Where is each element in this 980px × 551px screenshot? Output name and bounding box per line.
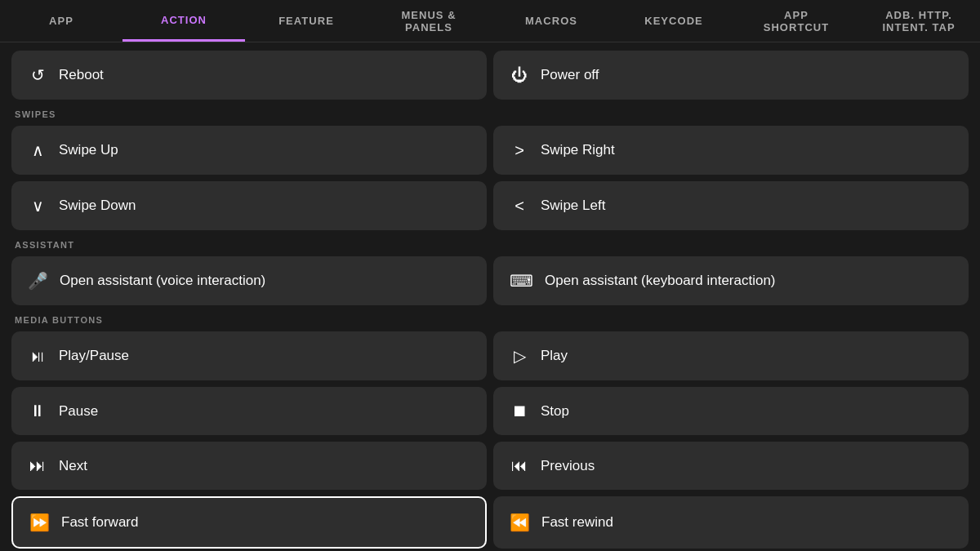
media-buttons-row-3: ⏩Fast forward⏪Fast rewind (11, 496, 969, 549)
swipes-row-1: ∨Swipe Down<Swipe Left (11, 181, 969, 230)
swipe-down-label: Swipe Down (59, 198, 136, 214)
tab-keycode[interactable]: KEYCODE (612, 0, 735, 42)
next-icon: ⏭ (28, 456, 47, 475)
open-keyboard-icon: ⌨ (510, 271, 533, 291)
section-label-media-buttons: MEDIA BUTTONS (15, 315, 969, 325)
previous-label: Previous (541, 458, 595, 474)
stop-icon: ⏹ (510, 402, 529, 420)
swipe-up-label: Swipe Up (59, 142, 118, 158)
play-pause-label: Play/Pause (59, 348, 129, 364)
reboot-label: Reboot (59, 67, 104, 83)
swipe-right-button[interactable]: >Swipe Right (493, 126, 969, 175)
fast-rewind-label: Fast rewind (541, 514, 613, 531)
fast-rewind-button[interactable]: ⏪Fast rewind (493, 496, 969, 549)
previous-button[interactable]: ⏮Previous (493, 442, 969, 490)
tab-menus-panels[interactable]: MENUS & PANELS (368, 0, 490, 42)
power-off-icon: ⏻ (510, 66, 529, 85)
open-keyboard-label: Open assistant (keyboard interaction) (545, 273, 776, 289)
section-label-swipes: SWIPES (15, 109, 969, 119)
stop-button[interactable]: ⏹Stop (493, 387, 969, 435)
fast-forward-label: Fast forward (61, 514, 138, 531)
fast-rewind-icon: ⏪ (510, 513, 530, 532)
swipes-row-0: ∧Swipe Up>Swipe Right (11, 126, 969, 175)
previous-icon: ⏮ (510, 456, 529, 475)
reboot-button[interactable]: ↺ Reboot (11, 51, 487, 100)
play-pause-button[interactable]: ⏯Play/Pause (11, 331, 487, 380)
stop-label: Stop (541, 403, 569, 420)
open-voice-icon: 🎤 (28, 271, 48, 291)
top-actions-row: ↺ Reboot ⏻ Power off (11, 51, 969, 100)
swipe-down-button[interactable]: ∨Swipe Down (11, 181, 487, 230)
swipe-up-button[interactable]: ∧Swipe Up (11, 126, 487, 175)
tab-bar: APPACTIONFEATUREMENUS & PANELSMACROSKEYC… (0, 0, 980, 42)
assistant-row-0: 🎤Open assistant (voice interaction)⌨Open… (11, 256, 969, 305)
play-icon: ▷ (510, 346, 529, 366)
fast-forward-icon: ⏩ (29, 513, 50, 532)
play-button[interactable]: ▷Play (493, 331, 969, 380)
swipe-left-button[interactable]: <Swipe Left (493, 181, 969, 230)
play-pause-icon: ⏯ (28, 347, 47, 366)
swipe-left-icon: < (510, 197, 529, 216)
media-buttons-row-0: ⏯Play/Pause▷Play (11, 331, 969, 380)
tab-app-shortcut[interactable]: APP SHORTCUT (735, 0, 858, 42)
next-button[interactable]: ⏭Next (11, 442, 487, 490)
swipe-down-icon: ∨ (28, 196, 47, 216)
section-label-assistant: ASSISTANT (15, 240, 969, 250)
power-off-label: Power off (541, 67, 599, 83)
media-buttons-row-1: ⏸Pause⏹Stop (11, 387, 969, 435)
swipe-up-icon: ∧ (28, 140, 47, 160)
tab-feature[interactable]: FEATURE (245, 0, 368, 42)
pause-button[interactable]: ⏸Pause (11, 387, 487, 435)
swipe-right-icon: > (510, 141, 529, 160)
tab-action[interactable]: ACTION (122, 0, 245, 42)
reboot-icon: ↺ (28, 65, 47, 85)
swipe-right-label: Swipe Right (541, 142, 615, 158)
next-label: Next (59, 458, 87, 474)
sections-container: SWIPES∧Swipe Up>Swipe Right∨Swipe Down<S… (11, 109, 969, 549)
tab-adb-http[interactable]: ADB. HTTP. INTENT. TAP (858, 0, 980, 42)
tab-macros[interactable]: MACROS (490, 0, 612, 42)
open-voice-button[interactable]: 🎤Open assistant (voice interaction) (11, 256, 487, 305)
power-off-button[interactable]: ⏻ Power off (493, 51, 969, 100)
pause-label: Pause (59, 403, 98, 420)
open-keyboard-button[interactable]: ⌨Open assistant (keyboard interaction) (493, 256, 969, 305)
main-content: ↺ Reboot ⏻ Power off SWIPES∧Swipe Up>Swi… (0, 42, 980, 551)
tab-app[interactable]: APP (0, 0, 122, 42)
fast-forward-button[interactable]: ⏩Fast forward (11, 496, 487, 549)
swipe-left-label: Swipe Left (541, 198, 605, 214)
open-voice-label: Open assistant (voice interaction) (60, 273, 265, 289)
play-label: Play (541, 348, 568, 364)
pause-icon: ⏸ (28, 402, 47, 420)
media-buttons-row-2: ⏭Next⏮Previous (11, 442, 969, 490)
